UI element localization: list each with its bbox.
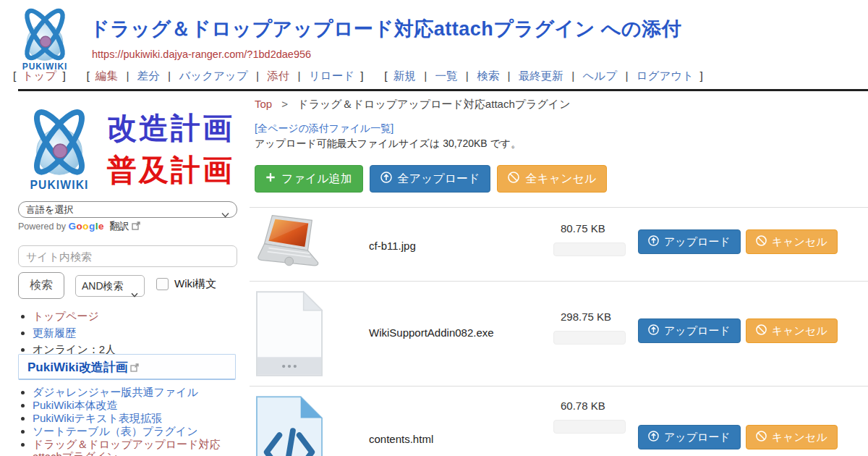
search-mode-select[interactable]: AND検索 bbox=[75, 275, 145, 297]
wiki-syntax-checkbox[interactable] bbox=[156, 278, 169, 290]
upload-all-label: 全アップロード bbox=[398, 172, 480, 187]
sidebar-item-toppage[interactable]: トップページ bbox=[33, 310, 99, 322]
language-select[interactable]: 言語を選択 bbox=[18, 201, 237, 218]
banner-kaizo-text: 改造計画 bbox=[107, 109, 234, 148]
header-divider bbox=[18, 89, 868, 91]
search-mode-value: AND検索 bbox=[82, 280, 124, 292]
ban-icon bbox=[756, 324, 767, 337]
nav-item-top[interactable]: トップ bbox=[22, 69, 57, 82]
upload-progress-bar bbox=[553, 331, 626, 345]
nav-item-diff[interactable]: 差分 bbox=[137, 69, 160, 82]
breadcrumb-home-link[interactable]: Top bbox=[255, 98, 272, 110]
google-translate-credit: Powered by Google 翻訳 bbox=[18, 220, 140, 233]
page-url-link[interactable]: https://pukiwiki.dajya-ranger.com/?1bd2d… bbox=[92, 48, 311, 60]
nav-pipe: | bbox=[571, 69, 574, 82]
file-size: 60.78 KB bbox=[561, 400, 605, 412]
cancel-button[interactable]: キャンセル bbox=[746, 229, 838, 254]
ban-icon bbox=[508, 172, 519, 186]
nav-item-new[interactable]: 新規 bbox=[393, 69, 416, 82]
list-item: PukiWiki本体改造 bbox=[33, 399, 241, 411]
nav-item-logout[interactable]: ログアウト bbox=[637, 69, 694, 82]
upload-label: アップロード bbox=[664, 235, 731, 249]
ban-icon bbox=[756, 431, 767, 444]
cancel-button[interactable]: キャンセル bbox=[746, 318, 838, 343]
plus-icon bbox=[265, 172, 276, 185]
wiki-syntax-label: Wiki構文 bbox=[174, 277, 216, 291]
language-select-value: 言語を選択 bbox=[26, 204, 73, 215]
upload-button[interactable]: アップロード bbox=[638, 229, 741, 254]
nav-pipe: | bbox=[625, 69, 628, 82]
nav-bracket: [ bbox=[86, 69, 89, 82]
pukiwiki-logo-icon[interactable]: PUKIWIKI bbox=[12, 4, 78, 76]
nav-item-list[interactable]: 一覧 bbox=[435, 69, 458, 82]
add-file-button[interactable]: ファイル追加 bbox=[255, 165, 363, 193]
site-search-input[interactable] bbox=[18, 245, 237, 267]
translate-link[interactable]: 翻訳 bbox=[110, 221, 129, 232]
page-title: ドラッグ＆ドロップアップロード対応attachプラグイン への添付 bbox=[90, 16, 681, 42]
nav-pipe: | bbox=[168, 69, 171, 82]
banner-brand-text: PUKIWIKI bbox=[30, 179, 88, 191]
nav-bracket: ] bbox=[360, 69, 363, 82]
file-row: cf-b11.jpg 80.75 KB アップロード キャンセル bbox=[250, 207, 868, 281]
file-name: contents.html bbox=[369, 433, 433, 445]
list-item: ドラッグ＆ドロップアップロード対応attachプラグイン bbox=[33, 438, 241, 456]
upload-circle-icon bbox=[648, 324, 659, 337]
pukiwiki-kaizo-link[interactable]: PukiWiki改造計画 bbox=[27, 360, 128, 374]
nav-item-backup[interactable]: バックアップ bbox=[179, 69, 247, 82]
all-pages-attach-list-link[interactable]: [全ページの添付ファイル一覧] bbox=[255, 122, 393, 135]
upload-file-list: cf-b11.jpg 80.75 KB アップロード キャンセル bbox=[250, 207, 868, 456]
file-name: WikiSupportAddin082.exe bbox=[369, 326, 494, 339]
cancel-button[interactable]: キャンセル bbox=[746, 425, 838, 449]
nav-item-help[interactable]: ヘルプ bbox=[583, 69, 618, 82]
cancel-all-button[interactable]: 全キャンセル bbox=[497, 165, 607, 193]
sidebar-section-heading-box: PukiWiki改造計画 bbox=[18, 354, 236, 380]
list-item: ソートテーブル（表）プラグイン bbox=[33, 425, 241, 437]
sidebar-item-sort-table[interactable]: ソートテーブル（表）プラグイン bbox=[33, 425, 198, 437]
cancel-all-label: 全キャンセル bbox=[525, 172, 596, 187]
pukiwiki-attach-page: PUKIWIKI ドラッグ＆ドロップアップロード対応attachプラグイン への… bbox=[0, 0, 868, 456]
nav-item-search[interactable]: 検索 bbox=[477, 69, 499, 82]
nav-bracket: [ bbox=[13, 69, 16, 82]
max-upload-size-text: アップロード可能最大ファイルサイズは 30,720KB です。 bbox=[255, 138, 521, 151]
page-nav: [ トップ ] [ 編集 | 差分 | バックアップ | 添付 | リロード ]… bbox=[10, 69, 706, 84]
sidebar-link-list-top: トップページ 更新履歴 オンライン：2人 bbox=[33, 310, 241, 360]
upload-progress-bar bbox=[553, 242, 626, 256]
external-link-icon bbox=[130, 362, 139, 375]
upload-button[interactable]: アップロード bbox=[638, 425, 741, 449]
upload-circle-icon bbox=[648, 431, 659, 444]
nav-item-reload[interactable]: リロード bbox=[309, 69, 354, 82]
external-link-icon bbox=[132, 221, 140, 232]
pukiwiki-atom-icon: PUKIWIKI bbox=[19, 101, 100, 195]
upload-circle-icon bbox=[380, 172, 392, 186]
search-button[interactable]: 検索 bbox=[18, 272, 64, 299]
upload-button[interactable]: アップロード bbox=[638, 318, 741, 343]
sidebar-item-body-mod[interactable]: PukiWiki本体改造 bbox=[33, 399, 118, 411]
chevron-down-icon bbox=[131, 284, 138, 304]
nav-bracket: [ bbox=[384, 69, 387, 82]
cancel-label: キャンセル bbox=[772, 235, 827, 249]
sidebar-item-common-files[interactable]: ダジャレンジャー版共通ファイル bbox=[33, 386, 198, 398]
breadcrumb-current: ドラッグ＆ドロップアップロード対応attachプラグイン bbox=[297, 98, 570, 110]
nav-pipe: | bbox=[298, 69, 301, 82]
google-logo: Google bbox=[69, 221, 105, 232]
breadcrumb-separator: > bbox=[281, 98, 288, 110]
nav-pipe: | bbox=[466, 69, 469, 82]
file-size: 298.75 KB bbox=[561, 311, 611, 323]
nav-item-edit[interactable]: 編集 bbox=[95, 69, 118, 82]
nav-item-recent[interactable]: 最終更新 bbox=[519, 69, 563, 82]
upload-circle-icon bbox=[648, 235, 659, 248]
nav-pipe: | bbox=[126, 69, 129, 82]
sidebar-item-dragdrop-attach[interactable]: ドラッグ＆ドロップアップロード対応attachプラグイン bbox=[33, 438, 221, 456]
upload-all-button[interactable]: 全アップロード bbox=[370, 165, 491, 193]
nav-item-attach[interactable]: 添付 bbox=[267, 69, 289, 82]
nav-pipe: | bbox=[508, 69, 511, 82]
ban-icon bbox=[756, 235, 767, 248]
sidebar-item-text-ext[interactable]: PukiWikiテキスト表現拡張 bbox=[33, 412, 162, 424]
sidebar-link-list-bottom: ダジャレンジャー版共通ファイル PukiWiki本体改造 PukiWikiテキス… bbox=[33, 386, 241, 456]
upload-label: アップロード bbox=[664, 324, 731, 338]
html-file-icon bbox=[255, 395, 323, 456]
sidebar-item-recent-changes[interactable]: 更新履歴 bbox=[33, 326, 76, 339]
list-item: ダジャレンジャー版共通ファイル bbox=[33, 386, 241, 398]
list-item: トップページ bbox=[33, 310, 241, 324]
sidebar-banner[interactable]: PUKIWIKI 改造計画 普及計画 bbox=[19, 101, 239, 193]
